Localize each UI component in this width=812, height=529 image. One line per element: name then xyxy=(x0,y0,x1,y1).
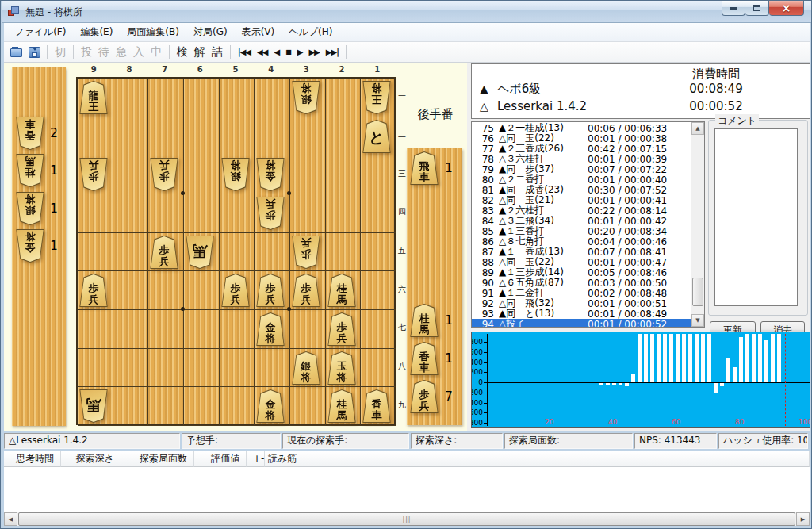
shogi-piece-銀将[interactable]: 銀将 xyxy=(221,158,250,191)
playback-rewind-button[interactable]: ◀◀ xyxy=(254,46,270,58)
board-square[interactable] xyxy=(78,349,113,388)
menu-item-編集[interactable]: 編集(E) xyxy=(73,23,120,41)
board-square[interactable] xyxy=(113,155,149,194)
toolbar-button-投[interactable]: 投 xyxy=(78,44,95,60)
toolbar-button-検[interactable]: 検 xyxy=(174,44,191,60)
board-square[interactable] xyxy=(361,271,396,310)
board-square[interactable] xyxy=(290,310,326,349)
board-square[interactable] xyxy=(220,349,255,388)
shogi-piece-歩兵[interactable]: 歩兵 xyxy=(292,236,320,269)
shogi-piece-香車[interactable]: 香車 xyxy=(410,342,439,375)
toolbar-button-解[interactable]: 解 xyxy=(191,44,209,60)
board-square[interactable] xyxy=(220,79,255,117)
save-kifu-icon[interactable] xyxy=(29,47,40,58)
board-square[interactable] xyxy=(326,155,362,194)
toolbar-button-入[interactable]: 入 xyxy=(130,44,147,60)
move-list-row[interactable]: 94△投了00:01 / 00:00:52 xyxy=(472,319,691,328)
board-square[interactable] xyxy=(290,117,326,156)
board-square[interactable] xyxy=(78,194,113,233)
board-square[interactable] xyxy=(361,349,396,388)
board-square[interactable] xyxy=(255,117,290,156)
menu-item-局面編集[interactable]: 局面編集(B) xyxy=(120,23,186,41)
board-square[interactable] xyxy=(361,194,396,233)
scroll-left-arrow[interactable]: ◀ xyxy=(4,512,17,526)
toolbar-button-急[interactable]: 急 xyxy=(113,44,130,60)
board-square[interactable] xyxy=(255,349,290,388)
shogi-piece-歩兵[interactable]: 歩兵 xyxy=(327,312,356,346)
board-square[interactable] xyxy=(78,233,113,272)
board-square[interactable] xyxy=(220,194,255,233)
board-square[interactable] xyxy=(148,194,184,233)
toolbar-button-切[interactable]: 切 xyxy=(52,44,69,60)
title-bar[interactable]: 無題 - 将棋所 × xyxy=(2,1,812,23)
minimize-button[interactable] xyxy=(722,1,745,16)
shogi-piece-歩兵[interactable]: 歩兵 xyxy=(256,274,285,307)
board-square[interactable] xyxy=(220,310,255,349)
toolbar-button-詰[interactable]: 詰 xyxy=(209,44,226,60)
playback-step-forward-button[interactable]: ▶ xyxy=(294,46,306,58)
shogi-piece-銀将[interactable]: 銀将 xyxy=(292,81,320,114)
board-square[interactable] xyxy=(255,79,290,117)
shogi-piece-桂馬[interactable]: 桂馬 xyxy=(327,389,356,423)
board-square[interactable] xyxy=(148,387,184,426)
shogi-piece-王将[interactable]: 王将 xyxy=(362,81,391,114)
shogi-piece-玉将[interactable]: 玉将 xyxy=(327,351,356,385)
board-square[interactable] xyxy=(148,310,184,349)
shogi-piece-歩兵[interactable]: 歩兵 xyxy=(221,274,250,307)
board-square[interactable] xyxy=(326,79,362,117)
menu-item-ファイル[interactable]: ファイル(F) xyxy=(7,23,73,41)
toolbar-button-待[interactable]: 待 xyxy=(95,44,113,60)
scrollbar-thumb[interactable] xyxy=(692,278,703,306)
pv-column-探索深さ[interactable]: 探索深さ xyxy=(61,451,121,467)
board-square[interactable] xyxy=(184,79,220,117)
shogi-piece-馬[interactable]: 馬 xyxy=(186,236,214,269)
shogi-piece-金将[interactable]: 金将 xyxy=(256,389,285,423)
board-square[interactable] xyxy=(113,233,149,272)
menu-item-ヘルプ[interactable]: ヘルプ(H) xyxy=(282,23,339,41)
shogi-piece-と[interactable]: と xyxy=(362,120,391,153)
pv-column-評価値[interactable]: 評価値 xyxy=(194,451,247,467)
board-square[interactable] xyxy=(78,310,113,349)
board-square[interactable] xyxy=(184,155,220,194)
scroll-up-arrow[interactable]: ▲ xyxy=(691,122,704,135)
close-button[interactable]: × xyxy=(769,1,804,16)
shogi-piece-桂馬[interactable]: 桂馬 xyxy=(16,154,44,187)
shogi-piece-桂馬[interactable]: 桂馬 xyxy=(410,304,439,337)
playback-step-back-button[interactable]: ◀ xyxy=(270,46,282,58)
horizontal-scrollbar[interactable]: ◀ ||| ▶ xyxy=(4,512,810,526)
scroll-right-arrow[interactable]: ▶ xyxy=(796,512,810,526)
board-square[interactable] xyxy=(255,233,290,272)
shogi-piece-桂馬[interactable]: 桂馬 xyxy=(327,274,356,307)
shogi-piece-金将[interactable]: 金将 xyxy=(16,229,44,263)
shogi-piece-香車[interactable]: 香車 xyxy=(16,117,44,150)
board-square[interactable] xyxy=(184,387,220,426)
move-list[interactable]: 75▲２一桂成(13)00:06 / 00:06:3376△同 玉(22)00:… xyxy=(471,121,705,328)
pv-column-思考時間[interactable]: 思考時間 xyxy=(4,451,61,467)
shogi-piece-飛車[interactable]: 飛車 xyxy=(410,151,439,185)
playback-fast-forward-button[interactable]: ▶▶ xyxy=(305,46,322,58)
pv-column-探索局面数[interactable]: 探索局面数 xyxy=(121,451,194,467)
hscrollbar-thumb[interactable]: ||| xyxy=(18,512,795,526)
shogi-piece-歩兵[interactable]: 歩兵 xyxy=(150,158,178,191)
board-square[interactable] xyxy=(361,155,396,194)
board-square[interactable] xyxy=(184,194,220,233)
toolbar-button-中[interactable]: 中 xyxy=(147,44,165,60)
board-square[interactable] xyxy=(220,117,255,156)
shogi-piece-歩兵[interactable]: 歩兵 xyxy=(79,274,108,307)
pv-column-読み筋[interactable]: 読み筋 xyxy=(265,451,810,467)
board-square[interactable] xyxy=(184,310,220,349)
board-square[interactable] xyxy=(113,349,149,388)
board-square[interactable] xyxy=(326,233,362,272)
board-square[interactable] xyxy=(184,117,220,156)
board-square[interactable] xyxy=(148,79,184,117)
pv-column-+-[interactable]: +- xyxy=(247,451,265,467)
board-square[interactable] xyxy=(220,387,255,426)
board-square[interactable] xyxy=(148,271,184,310)
board-square[interactable] xyxy=(148,349,184,388)
board-square[interactable] xyxy=(113,387,149,426)
shogi-piece-歩兵[interactable]: 歩兵 xyxy=(292,274,320,307)
playback-go-first-button[interactable]: |◀◀ xyxy=(235,46,254,58)
board-square[interactable] xyxy=(361,310,396,349)
board-square[interactable] xyxy=(220,233,255,272)
shogi-piece-香車[interactable]: 香車 xyxy=(362,389,391,423)
